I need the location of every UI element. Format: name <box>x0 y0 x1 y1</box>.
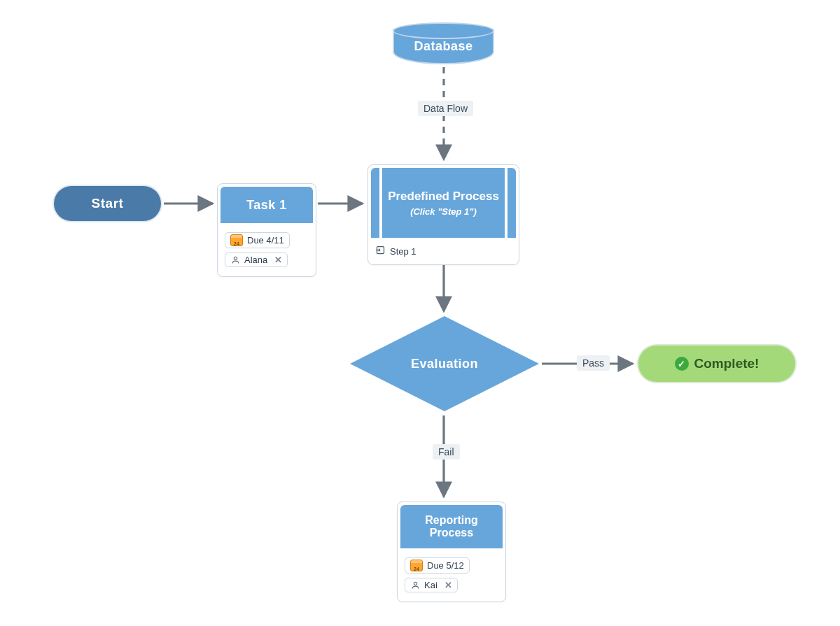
remove-assignee-icon[interactable]: ✕ <box>274 255 282 265</box>
reporting-title-line2: Process <box>430 527 473 539</box>
node-evaluation[interactable]: Evaluation <box>350 316 539 411</box>
remove-assignee-icon[interactable]: ✕ <box>444 580 452 590</box>
predefined-bar-right <box>505 168 507 238</box>
reporting-assignee: Kai <box>424 580 438 590</box>
node-predefined-process[interactable]: Predefined Process (Click "Step 1") Step… <box>368 164 519 265</box>
reporting-due-pill[interactable]: Due 5/12 <box>405 557 470 574</box>
task1-assignee: Alana <box>244 255 267 265</box>
node-reporting-process[interactable]: Reporting Process Due 5/12 Kai ✕ <box>397 501 506 602</box>
start-label: Start <box>92 196 124 211</box>
complete-label: Complete! <box>694 356 760 371</box>
predefined-subtitle: (Click "Step 1") <box>410 206 477 217</box>
reporting-due: Due 5/12 <box>427 560 464 571</box>
task1-assignee-pill[interactable]: Alana ✕ <box>225 252 288 267</box>
task1-due: Due 4/11 <box>247 235 284 246</box>
reporting-title-line1: Reporting <box>425 514 478 527</box>
node-start[interactable]: Start <box>54 186 161 221</box>
task1-title: Task 1 <box>220 187 313 223</box>
evaluation-label: Evaluation <box>350 316 539 411</box>
predefined-step-label: Step 1 <box>390 246 416 257</box>
calendar-icon <box>410 560 423 571</box>
check-icon: ✓ <box>675 357 689 371</box>
predefined-title: Predefined Process <box>388 190 499 204</box>
flowchart-canvas[interactable]: { "nodes": { "start": { "label": "Start"… <box>0 0 840 626</box>
edge-label-data-flow[interactable]: Data Flow <box>418 101 473 116</box>
task1-due-pill[interactable]: Due 4/11 <box>225 232 290 248</box>
person-icon <box>410 581 420 590</box>
edge-label-fail[interactable]: Fail <box>433 444 460 460</box>
node-task1[interactable]: Task 1 Due 4/11 Alana ✕ <box>217 183 316 277</box>
node-database[interactable]: Database <box>393 22 494 64</box>
node-complete[interactable]: ✓ Complete! <box>638 346 795 382</box>
svg-point-6 <box>234 257 237 259</box>
database-label: Database <box>393 39 494 54</box>
predefined-step-row[interactable]: Step 1 <box>375 243 512 259</box>
reporting-assignee-pill[interactable]: Kai ✕ <box>405 578 458 592</box>
svg-point-8 <box>414 582 416 585</box>
person-icon <box>230 255 240 265</box>
enter-icon <box>375 245 386 257</box>
predefined-bar-left <box>379 168 382 238</box>
calendar-icon <box>230 234 243 246</box>
edge-label-pass[interactable]: Pass <box>577 355 610 371</box>
